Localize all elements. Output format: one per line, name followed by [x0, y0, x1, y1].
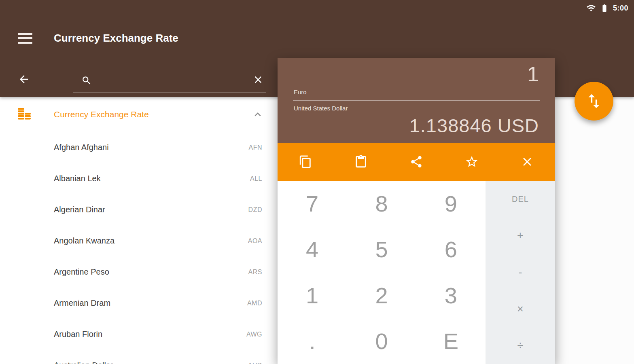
currency-row[interactable]: Aruban FlorinAWG [0, 319, 278, 350]
from-currency-label[interactable]: Euro [294, 89, 307, 95]
key-5[interactable]: 5 [347, 226, 416, 272]
currency-code: ARS [248, 269, 262, 276]
operator-keys: DEL+-×÷ [486, 181, 555, 364]
key-divide[interactable]: ÷ [486, 327, 555, 364]
currency-code: AOA [248, 237, 262, 245]
currency-row[interactable]: Argentine PesoARS [0, 256, 278, 288]
currency-code: AWG [246, 331, 262, 338]
copy-icon [299, 155, 312, 169]
close-button[interactable] [500, 143, 555, 181]
currency-list: Currency Exchange Rate Afghan AfghaniAFN… [0, 97, 278, 364]
conversion-card: 1 Euro United States Dollar 1.138846 USD [278, 58, 555, 143]
converter-toolbar [278, 143, 555, 181]
wifi-icon [586, 3, 596, 13]
conversion-result: 1.138846 USD [409, 114, 539, 137]
currency-section-label: Currency Exchange Rate [54, 110, 252, 119]
key-3[interactable]: 3 [416, 273, 486, 318]
key-9[interactable]: 9 [416, 181, 486, 226]
favorite-icon [465, 155, 479, 169]
key-6[interactable]: 6 [416, 226, 486, 272]
page-title: Currency Exchange Rate [54, 32, 178, 44]
currency-name: Aruban Florin [54, 330, 102, 339]
currency-name: Afghan Afghani [54, 143, 109, 152]
swap-currencies-fab[interactable] [575, 82, 613, 121]
battery-icon [600, 3, 609, 13]
currency-code: ALL [250, 175, 262, 182]
clear-search-icon[interactable] [252, 74, 264, 85]
currency-code: AUD [248, 362, 262, 364]
key-plus[interactable]: + [486, 218, 555, 254]
close-icon [520, 155, 534, 169]
keypad: 789456123.0E DEL+-×÷ [278, 181, 555, 364]
key-7[interactable]: 7 [278, 181, 347, 226]
currency-name: Armenian Dram [54, 298, 110, 308]
amount-value[interactable]: 1 [527, 62, 539, 86]
share-button[interactable] [388, 143, 444, 181]
key-delete[interactable]: DEL [486, 181, 555, 218]
search-input[interactable] [73, 72, 266, 93]
converter-panel: 1 Euro United States Dollar 1.138846 USD… [278, 58, 555, 364]
currency-code: AFN [249, 144, 263, 151]
currency-name: Angolan Kwanza [54, 236, 115, 245]
currency-row[interactable]: Armenian DramAMD [0, 288, 278, 319]
swap-vertical-icon [585, 92, 603, 110]
currency-section-header[interactable]: Currency Exchange Rate [0, 97, 278, 132]
to-currency-label[interactable]: United States Dollar [294, 105, 348, 112]
currency-row[interactable]: Algerian DinarDZD [0, 194, 278, 225]
search-icon [81, 75, 92, 86]
chevron-up-icon[interactable] [252, 108, 264, 121]
key-multiply[interactable]: × [486, 291, 555, 328]
key-0[interactable]: 0 [347, 318, 416, 364]
copy-button[interactable] [278, 143, 333, 181]
key-minus[interactable]: - [486, 254, 555, 291]
currency-name: Australian Dollar [54, 361, 113, 364]
key-4[interactable]: 4 [278, 226, 347, 272]
status-time: 5:00 [613, 4, 628, 13]
paste-icon [354, 155, 368, 169]
currency-row[interactable]: Afghan AfghaniAFN [0, 132, 278, 163]
favorite-button[interactable] [444, 143, 500, 181]
back-arrow-icon[interactable] [18, 73, 30, 85]
app-screen: 5:00 Currency Exchange Rate [0, 0, 634, 364]
currency-code: DZD [248, 206, 262, 214]
key-8[interactable]: 8 [347, 181, 416, 226]
status-bar: 5:00 [586, 0, 628, 16]
key-1[interactable]: 1 [278, 273, 347, 318]
key-decimal[interactable]: . [278, 318, 347, 364]
currency-rows: Afghan AfghaniAFNAlbanian LekALLAlgerian… [0, 132, 278, 364]
paste-button[interactable] [333, 143, 388, 181]
digit-keys: 789456123.0E [278, 181, 486, 364]
card-divider [293, 100, 540, 101]
currency-name: Argentine Peso [54, 267, 109, 277]
currency-row[interactable]: Angolan KwanzaAOA [0, 225, 278, 256]
hamburger-menu-icon[interactable] [18, 33, 32, 44]
currency-row[interactable]: Albanian LekALL [0, 163, 278, 194]
currency-name: Albanian Lek [54, 174, 101, 183]
key-2[interactable]: 2 [347, 273, 416, 318]
coins-icon [17, 108, 32, 121]
currency-row[interactable]: Australian DollarAUD [0, 350, 278, 364]
key-exponent[interactable]: E [416, 318, 486, 364]
currency-code: AMD [247, 300, 262, 307]
currency-name: Algerian Dinar [54, 205, 105, 214]
share-icon [409, 155, 423, 169]
